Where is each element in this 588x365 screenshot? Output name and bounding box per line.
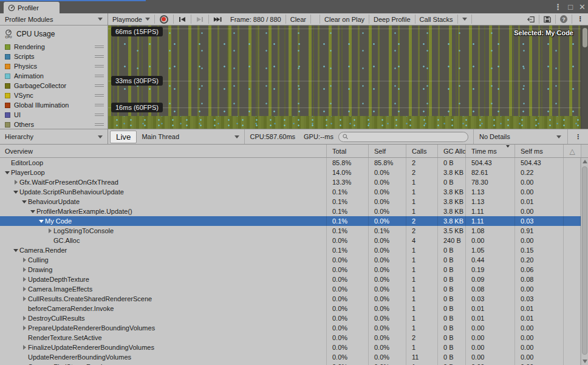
call-stacks-dropdown[interactable] [458,13,471,25]
hierarchy-menu-button[interactable]: ⋮ [568,133,588,141]
scroll-down-icon[interactable] [583,360,587,363]
table-row[interactable]: beforeCameraRender.Invoke0.0%0.0%10 B0.0… [0,304,581,313]
table-row[interactable]: ProfilerMarkerExample.Update()0.1%0.0%13… [0,206,581,216]
foldout-arrow-icon[interactable] [12,180,19,185]
foldout-arrow-icon[interactable] [21,345,28,350]
column-header-gc-alloc[interactable]: GC Alloc [438,145,466,157]
help-button[interactable]: ? [556,13,572,25]
table-row[interactable]: Camera.Render0.1%0.0%10 B1.050.15 [0,245,581,255]
deep-profile-button[interactable]: Deep Profile [369,13,415,25]
table-scrollbar[interactable] [581,158,588,365]
column-header-total[interactable]: Total [327,145,369,157]
close-icon[interactable]: ✕ [579,3,586,11]
modules-scrollbar[interactable] [581,26,588,129]
legend-item[interactable]: Global Illumination [0,100,108,110]
maximize-icon[interactable]: □ [568,3,573,11]
legend-item[interactable]: GarbageCollector [0,81,108,90]
tab-profiler[interactable]: Profiler [4,2,60,13]
clear-button[interactable]: Clear [286,13,310,25]
table-row[interactable]: PlayerLoop14.0%0.0%23.8 KB82.610.22 [0,168,581,177]
foldout-arrow-icon[interactable] [12,191,19,194]
next-frame-button[interactable] [191,13,208,25]
legend-item[interactable]: Others [0,120,108,129]
table-row[interactable]: EditorLoop85.8%85.8%20 B504.43504.43 [0,158,581,168]
column-header-self-ms[interactable]: Self ms [515,145,564,157]
scroll-up-icon[interactable] [583,160,587,163]
legend-item[interactable]: Rendering [0,42,108,52]
column-header-calls[interactable]: Calls [406,145,438,157]
legend-item[interactable]: Scripts [0,52,108,61]
drag-handle-icon[interactable] [95,114,104,116]
table-row[interactable]: DestroyCullResults0.0%0.0%10 B0.010.01 [0,313,581,323]
foldout-arrow-icon[interactable] [21,326,28,330]
foldout-arrow-icon[interactable] [21,296,28,301]
scrollbar-thumb[interactable] [582,166,587,355]
table-row[interactable]: My Code0.1%0.0%23.8 KB1.110.03 [0,216,581,226]
foldout-arrow-icon[interactable] [29,210,36,213]
scrollbar-header-spacer [581,145,588,157]
drag-handle-icon[interactable] [95,75,104,77]
drag-handle-icon[interactable] [95,46,104,48]
record-button[interactable] [155,13,173,25]
drag-handle-icon[interactable] [95,55,104,58]
cpu-usage-header[interactable]: CPU CPU Usage [0,28,108,42]
foldout-arrow-icon[interactable] [38,220,45,223]
table-row[interactable]: Camera.ImageEffects0.0%0.0%10 B0.080.00 [0,284,581,294]
table-row[interactable]: Update.ScriptRunBehaviourUpdate0.1%0.0%1… [0,187,581,197]
cpu-usage-chart[interactable]: 66ms (15FPS) 33ms (30FPS) 16ms (60FPS) S… [108,26,588,129]
foldout-arrow-icon[interactable] [21,267,28,272]
drag-handle-icon[interactable] [95,104,104,106]
legend-item[interactable]: VSync [0,90,108,100]
save-profile-button[interactable] [539,13,555,25]
table-row[interactable]: Culling0.0%0.0%10 B0.440.20 [0,255,581,265]
details-dropdown[interactable]: No Details [473,129,568,144]
live-toggle-button[interactable]: Live [110,131,137,143]
table-row[interactable]: LogStringToConsole0.1%0.1%23.5 KB1.080.9… [0,226,581,236]
foldout-arrow-icon[interactable] [21,200,28,203]
column-header-self[interactable]: Self [369,145,406,157]
foldout-arrow-icon[interactable] [21,287,28,292]
table-row[interactable]: Camera.FindStereoRenderers0.0%0.0%10 B0.… [0,362,581,365]
legend-item[interactable]: Animation [0,71,108,81]
table-row[interactable]: FinalizeUpdateRendererBoundingVolumes0.0… [0,343,581,352]
window-menu-icon[interactable]: ⋮ [554,3,562,11]
scrollbar-thumb[interactable] [583,28,587,47]
search-field[interactable] [338,132,468,142]
table-row[interactable]: RenderTexture.SetActive0.0%0.0%20 B0.000… [0,333,581,343]
drag-handle-icon[interactable] [95,84,104,87]
table-row[interactable]: CullResults.CreateSharedRendererScene0.0… [0,294,581,304]
search-input[interactable] [350,133,464,140]
thread-dropdown[interactable]: Main Thread [138,129,245,144]
profiler-modules-dropdown[interactable]: Profiler Modules [0,13,108,25]
drag-handle-icon[interactable] [95,65,104,67]
table-row[interactable]: Gfx.WaitForPresentOnGfxThread13.3%0.0%10… [0,177,581,187]
legend-item[interactable]: Physics [0,61,108,71]
foldout-arrow-icon[interactable] [21,277,28,282]
foldout-arrow-icon[interactable] [12,249,19,252]
foldout-arrow-icon[interactable] [21,258,28,262]
table-row[interactable]: UpdateDepthTexture0.0%0.0%10 B0.090.08 [0,275,581,284]
load-profile-button[interactable] [523,13,539,25]
toolbar-menu-button[interactable]: ⋮ [572,13,588,25]
call-stacks-button[interactable]: Call Stacks [415,13,457,25]
table-row[interactable]: GC.Alloc0.0%0.0%4240 B0.000.00 [0,236,581,245]
table-row[interactable]: PrepareUpdateRendererBoundingVolumes0.0%… [0,323,581,333]
table-row[interactable]: UpdateRendererBoundingVolumes0.0%0.0%110… [0,352,581,362]
table-row[interactable]: BehaviourUpdate0.1%0.0%13.8 KB1.130.01 [0,197,581,206]
view-mode-dropdown[interactable]: Hierarchy [0,129,108,144]
column-header-time-ms[interactable]: Time ms [466,145,515,157]
clear-on-play-button[interactable]: Clear on Play [320,13,369,25]
prev-frame-button[interactable] [174,13,191,25]
foldout-arrow-icon[interactable] [46,228,53,233]
legend-item[interactable]: UI [0,110,108,120]
table-row[interactable]: Drawing0.0%0.0%10 B0.190.06 [0,265,581,275]
foldout-arrow-icon[interactable] [4,171,11,174]
sample-name: beforeCameraRender.Invoke [28,305,114,312]
column-header-warnings[interactable]: △ [564,145,581,157]
playmode-dropdown[interactable]: Playmode [108,13,154,25]
column-header-overview[interactable]: Overview [0,145,327,157]
drag-handle-icon[interactable] [95,123,104,126]
drag-handle-icon[interactable] [95,94,104,97]
foldout-arrow-icon[interactable] [21,316,28,321]
current-frame-button[interactable] [209,13,226,25]
